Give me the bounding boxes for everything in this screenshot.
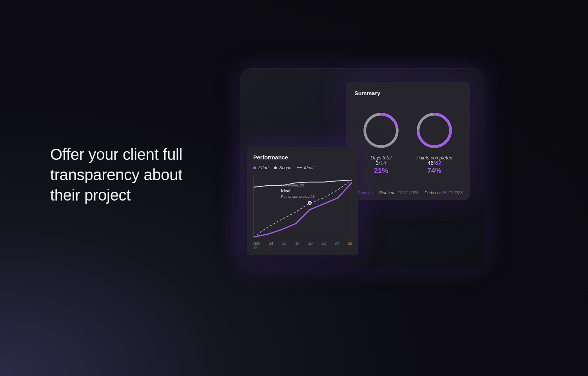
chart-tooltip: November, 29 Ideal Points completed 35 — [281, 183, 315, 199]
gauge-percent: 21% — [374, 167, 388, 175]
summary-gauges: 3/14 21% Days total 46/62 74% — [354, 112, 461, 161]
x-tick: 18 — [295, 241, 299, 250]
dot-icon — [274, 166, 277, 169]
x-tick: 14 — [269, 241, 273, 250]
gauge-fraction: 3/14 — [376, 160, 386, 166]
legend-effort: Effort — [253, 165, 269, 170]
chart-x-axis: Nov12 14 16 18 20 22 24 26 — [253, 241, 352, 250]
dash-icon — [297, 167, 302, 168]
chart-legend: Effort Scope Ideal — [253, 165, 352, 170]
performance-title: Performance — [253, 154, 352, 161]
x-tick: 24 — [334, 241, 339, 250]
dot-icon — [253, 166, 256, 169]
gauge-points-completed: 46/62 74% Points completed — [411, 112, 458, 161]
legend-ideal: Ideal — [297, 165, 314, 170]
legend-scope: Scope — [274, 165, 291, 170]
gauge-percent: 74% — [427, 167, 441, 175]
gauge-ring-icon — [363, 112, 399, 149]
performance-card: Performance Effort Scope Ideal November,… — [247, 146, 358, 255]
page-headline: Offer your client full transparency abou… — [50, 144, 215, 205]
performance-chart[interactable]: November, 29 Ideal Points completed 35 — [253, 175, 352, 238]
gauge-days-total: 3/14 21% Days total — [358, 112, 405, 161]
gauge-fraction: 46/62 — [427, 160, 441, 166]
x-tick: 26 — [348, 241, 352, 250]
x-tick: 20 — [308, 241, 312, 250]
summary-title: Summary — [354, 90, 461, 96]
x-tick: 22 — [321, 241, 326, 250]
summary-footer: t duration: 2 weeks Starts on: 12.11.202… — [346, 190, 463, 195]
x-tick: Nov12 — [253, 241, 260, 250]
summary-card: Summary 3/14 21% Days total — [346, 82, 470, 200]
chart-marker-icon — [308, 201, 312, 205]
gauge-ring-icon — [416, 112, 453, 149]
x-tick: 16 — [282, 241, 287, 250]
